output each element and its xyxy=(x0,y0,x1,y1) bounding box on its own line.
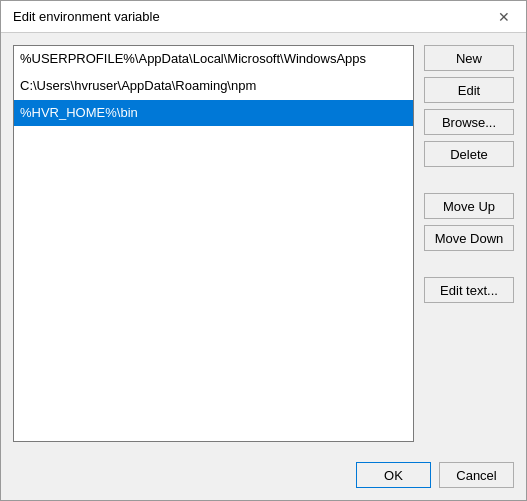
edit-text-button[interactable]: Edit text... xyxy=(424,277,514,303)
dialog-content: %USERPROFILE%\AppData\Local\Microsoft\Wi… xyxy=(1,33,526,454)
list-item[interactable]: %HVR_HOME%\bin xyxy=(14,100,413,127)
move-up-button[interactable]: Move Up xyxy=(424,193,514,219)
buttons-panel: New Edit Browse... Delete Move Up Move D… xyxy=(424,45,514,442)
ok-button[interactable]: OK xyxy=(356,462,431,488)
env-var-list[interactable]: %USERPROFILE%\AppData\Local\Microsoft\Wi… xyxy=(13,45,414,442)
new-button[interactable]: New xyxy=(424,45,514,71)
close-button[interactable]: ✕ xyxy=(494,7,514,27)
delete-button[interactable]: Delete xyxy=(424,141,514,167)
list-item[interactable]: C:\Users\hvruser\AppData\Roaming\npm xyxy=(14,73,413,100)
dialog: Edit environment variable ✕ %USERPROFILE… xyxy=(0,0,527,501)
spacer2 xyxy=(424,257,514,271)
dialog-footer: OK Cancel xyxy=(1,454,526,500)
title-bar: Edit environment variable ✕ xyxy=(1,1,526,33)
edit-button[interactable]: Edit xyxy=(424,77,514,103)
spacer1 xyxy=(424,173,514,187)
list-item[interactable]: %USERPROFILE%\AppData\Local\Microsoft\Wi… xyxy=(14,46,413,73)
move-down-button[interactable]: Move Down xyxy=(424,225,514,251)
dialog-title: Edit environment variable xyxy=(13,9,160,24)
cancel-button[interactable]: Cancel xyxy=(439,462,514,488)
browse-button[interactable]: Browse... xyxy=(424,109,514,135)
